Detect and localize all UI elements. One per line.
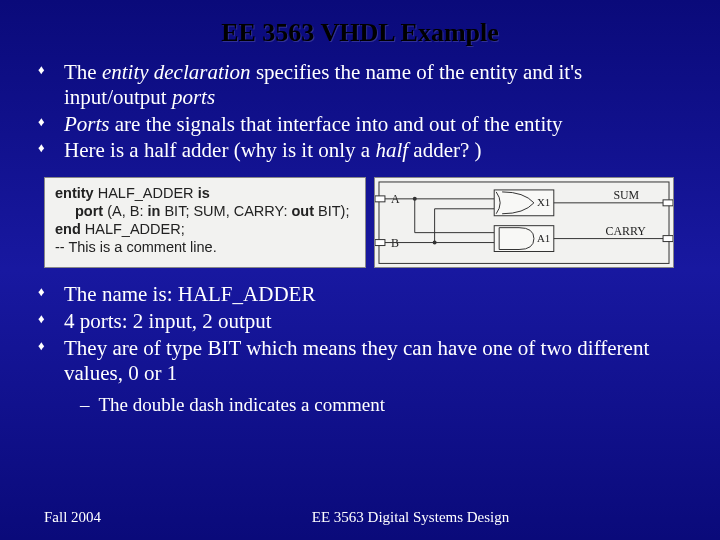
vhdl-code: entity HALF_ADDER is port (A, B: in BIT;… <box>44 177 366 268</box>
bullet-list-bottom: The name is: HALF_ADDER 4 ports: 2 input… <box>64 282 676 385</box>
label-sum: SUM <box>613 188 639 202</box>
page-title: EE 3563 VHDL Example <box>0 0 720 60</box>
bullet-item: Here is a half adder (why is it only a h… <box>64 138 676 163</box>
text: The double dash indicates a comment <box>98 394 385 415</box>
footer-left: Fall 2004 <box>0 509 101 526</box>
text: The <box>64 60 102 84</box>
svg-rect-2 <box>375 240 385 246</box>
text-em: Ports <box>64 112 110 136</box>
label-x1: X1 <box>537 196 550 208</box>
text: are the signals that interface into and … <box>110 112 563 136</box>
bullet-item: The name is: HALF_ADDER <box>64 282 676 307</box>
text: HALF_ADDER; <box>81 221 185 237</box>
bullet-item: They are of type BIT which means they ca… <box>64 336 676 386</box>
label-carry: CARRY <box>605 224 646 238</box>
dash-icon: – <box>80 394 94 416</box>
kw: is <box>198 185 210 201</box>
kw: out <box>291 203 314 219</box>
text: Here is a half adder (why is it only a <box>64 138 375 162</box>
text: BIT); <box>314 203 349 219</box>
slide-content: The entity declaration specifies the nam… <box>0 60 720 416</box>
label-a1: A1 <box>537 232 550 244</box>
footer: Fall 2004 EE 3563 Digital Systems Design <box>0 509 720 526</box>
kw: entity <box>55 185 94 201</box>
kw: port <box>75 203 103 219</box>
svg-rect-16 <box>663 200 673 206</box>
circuit-diagram: A B X1 A1 <box>374 177 674 268</box>
code-line: end HALF_ADDER; <box>55 220 355 238</box>
text: adder? ) <box>408 138 481 162</box>
text: (A, B: <box>103 203 147 219</box>
bullet-item: Ports are the signals that interface int… <box>64 112 676 137</box>
kw: in <box>148 203 161 219</box>
comment: -- This is a comment line. <box>55 239 217 255</box>
bullet-item: The entity declaration specifies the nam… <box>64 60 676 110</box>
svg-rect-1 <box>375 196 385 202</box>
sub-bullet: – The double dash indicates a comment <box>80 394 676 416</box>
text-em: half <box>375 138 408 162</box>
bullet-list-top: The entity declaration specifies the nam… <box>64 60 676 163</box>
bullet-item: 4 ports: 2 input, 2 output <box>64 309 676 334</box>
code-line: -- This is a comment line. <box>55 238 355 256</box>
code-and-diagram: entity HALF_ADDER is port (A, B: in BIT;… <box>44 177 676 268</box>
code-line: port (A, B: in BIT; SUM, CARRY: out BIT)… <box>55 202 355 220</box>
svg-rect-17 <box>663 236 673 242</box>
text: HALF_ADDER <box>94 185 198 201</box>
footer-center: EE 3563 Digital Systems Design <box>101 509 720 526</box>
text: BIT; SUM, CARRY: <box>160 203 291 219</box>
kw: end <box>55 221 81 237</box>
text-em: entity declaration <box>102 60 251 84</box>
text-em: ports <box>172 85 215 109</box>
code-line: entity HALF_ADDER is <box>55 184 355 202</box>
